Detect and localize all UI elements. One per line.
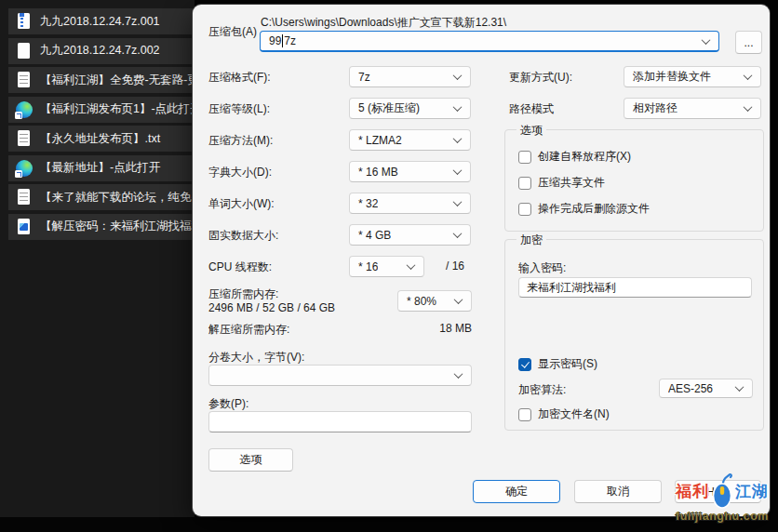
list-item[interactable]: 【最新地址】-点此打开	[8, 155, 194, 181]
delete-after-checkbox[interactable]: 操作完成后删除源文件	[518, 201, 650, 217]
archive-name-before-caret: 99	[269, 34, 281, 47]
text-file-icon	[16, 189, 33, 206]
file-name: 九九2018.12.24.7z.001	[40, 14, 160, 30]
format-select[interactable]: 7z	[349, 66, 471, 87]
archive-label: 压缩包(A)	[208, 24, 257, 40]
chevron-down-icon	[453, 71, 463, 80]
browse-button[interactable]: ...	[735, 31, 762, 54]
chevron-down-icon	[407, 260, 416, 270]
solid-block-value: * 4 GB	[358, 229, 391, 242]
checkbox-unchecked-icon	[518, 203, 531, 216]
level-label: 压缩等级(L):	[208, 101, 270, 117]
show-password-checkbox[interactable]: 显示密码(S)	[518, 356, 597, 372]
file-explorer-background: 九九2018.12.24.7z.001 九九2018.12.24.7z.002 …	[0, 0, 194, 517]
path-mode-label: 路径模式	[509, 101, 554, 117]
cpu-threads-label: CPU 线程数:	[208, 259, 272, 275]
checkbox-unchecked-icon	[518, 408, 531, 421]
shared-files-checkbox[interactable]: 压缩共享文件	[518, 175, 605, 191]
ok-button-label: 确定	[505, 484, 528, 499]
text-file-icon	[16, 130, 33, 147]
options-group: 选项 创建自释放程序(X) 压缩共享文件 操作完成后删除源文件	[504, 129, 764, 232]
cancel-button[interactable]: 取消	[574, 480, 662, 503]
chevron-down-icon	[454, 369, 463, 379]
volume-size-select[interactable]	[208, 365, 472, 386]
file-name: 【福利江湖】全免费-无套路-更新	[40, 73, 194, 88]
options-button[interactable]: 选项	[208, 448, 293, 472]
sfx-checkbox[interactable]: 创建自释放程序(X)	[518, 149, 631, 165]
parameters-label: 参数(P):	[208, 396, 248, 412]
options-button-label: 选项	[240, 452, 262, 468]
watermark-logo: 福利 江湖 fulijianghu.com	[666, 471, 778, 530]
watermark-text-right: 江湖	[735, 481, 769, 502]
solid-block-select[interactable]: * 4 GB	[349, 224, 471, 246]
file-name: 【来了就能下载的论坛，纯免费!	[40, 190, 194, 206]
decompress-memory-label: 解压缩所需内存:	[208, 322, 289, 338]
list-item[interactable]: 【福利江湖】全免费-无套路-更新	[8, 67, 194, 93]
checkbox-unchecked-icon	[518, 151, 531, 164]
dictionary-label: 字典大小(D):	[208, 165, 272, 180]
ok-button[interactable]: 确定	[473, 480, 560, 503]
list-item[interactable]: 【解压密码：来福利江湖找福利】	[8, 214, 194, 240]
chevron-down-icon	[453, 229, 463, 238]
encryption-method-select[interactable]: AES-256	[659, 379, 753, 398]
shared-files-checkbox-label: 压缩共享文件	[538, 175, 605, 191]
archive-part-file-icon	[16, 13, 33, 30]
list-item[interactable]: 【永久地址发布页】.txt	[8, 126, 194, 152]
options-group-title: 选项	[516, 123, 546, 139]
chevron-down-icon	[453, 102, 463, 112]
decompress-memory-value: 18 MB	[388, 322, 472, 335]
encryption-group-title: 加密	[516, 233, 546, 248]
path-mode-select[interactable]: 相对路径	[624, 98, 761, 119]
update-mode-value: 添加并替换文件	[633, 69, 711, 85]
level-select[interactable]: 5 (标准压缩)	[349, 98, 471, 119]
word-size-select[interactable]: * 32	[349, 193, 471, 214]
chevron-down-icon	[744, 102, 753, 112]
update-mode-select[interactable]: 添加并替换文件	[624, 66, 761, 87]
file-name: 【永久地址发布页】.txt	[40, 131, 160, 147]
parameters-input[interactable]	[208, 411, 472, 432]
checkbox-checked-icon	[518, 358, 531, 371]
list-item[interactable]: 九九2018.12.24.7z.002	[8, 38, 194, 64]
chevron-down-icon	[453, 134, 463, 143]
file-name: 九九2018.12.24.7z.002	[40, 43, 160, 59]
chevron-down-icon	[454, 295, 463, 304]
archive-name-after-caret: 7z	[284, 34, 296, 47]
edge-shortcut-icon	[16, 160, 33, 177]
level-value: 5 (标准压缩)	[358, 100, 420, 116]
archive-name-input[interactable]: 997z	[260, 31, 719, 52]
archive-path: C:\Users\wings\Downloads\推广文宣下载新12.31\	[261, 15, 506, 31]
chevron-down-icon	[702, 35, 711, 45]
file-name: 【解压密码：来福利江湖找福利】	[40, 219, 194, 234]
list-item[interactable]: 【福利江湖发布页1】-点此打开	[8, 97, 194, 123]
method-value: * LZMA2	[358, 134, 402, 147]
password-input[interactable]	[518, 277, 752, 298]
encryption-method-value: AES-256	[668, 382, 713, 395]
memory-percent-select[interactable]: * 80%	[397, 290, 472, 312]
format-label: 压缩格式(F):	[208, 70, 271, 86]
cpu-threads-select[interactable]: * 16	[349, 256, 424, 277]
chevron-down-icon	[744, 71, 753, 80]
dictionary-select[interactable]: * 16 MB	[349, 161, 471, 182]
add-to-archive-dialog: 压缩包(A) C:\Users\wings\Downloads\推广文宣下载新1…	[193, 5, 770, 516]
encrypt-filenames-checkbox[interactable]: 加密文件名(N)	[518, 406, 610, 422]
chevron-down-icon	[453, 166, 463, 175]
encryption-group: 加密 输入密码: 显示密码(S) 加密算法: AES-256 加密文件名(N)	[504, 239, 764, 431]
sfx-checkbox-label: 创建自释放程序(X)	[538, 149, 631, 165]
compress-memory-label: 压缩所需内存:	[208, 286, 278, 302]
list-item[interactable]: 九九2018.12.24.7z.001	[8, 8, 194, 34]
mouse-icon	[710, 472, 734, 510]
checkbox-unchecked-icon	[518, 177, 531, 190]
show-password-label: 显示密码(S)	[538, 356, 597, 372]
password-label: 输入密码:	[518, 260, 566, 276]
encrypt-filenames-label: 加密文件名(N)	[538, 406, 610, 422]
cpu-threads-max: / 16	[446, 259, 464, 273]
volume-size-label: 分卷大小，字节(V):	[208, 350, 304, 366]
edge-shortcut-icon	[16, 101, 33, 118]
blank-file-icon	[16, 43, 33, 60]
cancel-button-label: 取消	[607, 484, 629, 499]
cpu-threads-value: * 16	[358, 260, 378, 273]
list-item[interactable]: 【来了就能下载的论坛，纯免费!	[8, 184, 194, 210]
chevron-down-icon	[735, 382, 744, 392]
method-select[interactable]: * LZMA2	[349, 129, 471, 151]
watermark-url: fulijianghu.com	[666, 510, 778, 523]
